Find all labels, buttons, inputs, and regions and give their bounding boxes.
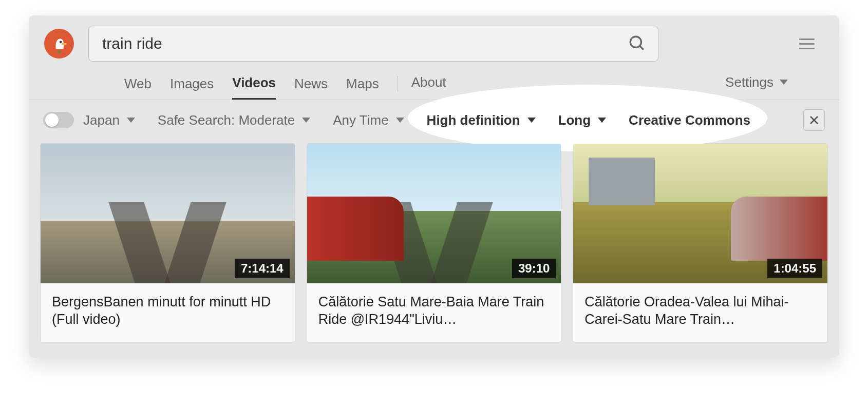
tab-separator — [398, 76, 398, 91]
chevron-down-icon — [127, 118, 135, 123]
header — [29, 15, 839, 69]
tab-news[interactable]: News — [294, 73, 328, 99]
tab-web[interactable]: Web — [124, 73, 152, 99]
hamburger-icon — [799, 38, 815, 49]
video-result[interactable]: 39:10 Călătorie Satu Mare-Baia Mare Trai… — [307, 143, 562, 342]
tab-images[interactable]: Images — [170, 73, 214, 99]
svg-point-1 — [60, 41, 62, 44]
filter-region-label: Japan — [83, 112, 120, 128]
settings-label: Settings — [725, 74, 773, 90]
filter-bar: Japan Safe Search: Moderate Any Time Hig… — [29, 100, 839, 140]
search-icon — [628, 34, 646, 52]
menu-button[interactable] — [795, 31, 819, 56]
video-thumbnail: 7:14:14 — [41, 144, 295, 283]
tab-about[interactable]: About — [411, 74, 446, 98]
video-duration: 7:14:14 — [235, 259, 290, 278]
chevron-down-icon — [780, 80, 788, 85]
chevron-down-icon — [302, 118, 310, 123]
app-window: Web Images Videos News Maps About Settin… — [29, 15, 839, 358]
search-button[interactable] — [625, 31, 649, 56]
settings-dropdown[interactable]: Settings — [725, 74, 788, 98]
tab-maps[interactable]: Maps — [346, 73, 379, 99]
filter-resolution[interactable]: High definition — [427, 112, 536, 128]
chevron-down-icon — [396, 118, 404, 123]
video-title: Călătorie Oradea-Valea lui Mihai-Carei-S… — [573, 283, 827, 342]
video-thumbnail: 39:10 — [307, 144, 561, 283]
video-title: Călătorie Satu Mare-Baia Mare Train Ride… — [307, 283, 561, 342]
tab-videos[interactable]: Videos — [232, 72, 276, 100]
video-result[interactable]: 7:14:14 BergensBanen minutt for minutt H… — [40, 143, 295, 342]
search-input[interactable] — [102, 35, 625, 52]
filter-region[interactable]: Japan — [83, 112, 135, 128]
search-box — [88, 26, 658, 62]
filter-resolution-label: High definition — [427, 112, 520, 128]
filter-safesearch-label: Safe Search: Moderate — [158, 112, 295, 128]
video-duration: 39:10 — [512, 259, 556, 278]
clear-filters-button[interactable] — [803, 109, 825, 131]
svg-line-3 — [640, 46, 644, 49]
filter-license-label: Creative Commons — [629, 112, 750, 128]
svg-point-2 — [630, 36, 641, 47]
filter-license[interactable]: Creative Commons — [629, 112, 750, 128]
video-result[interactable]: 1:04:55 Călătorie Oradea-Valea lui Mihai… — [573, 143, 828, 342]
filter-duration[interactable]: Long — [558, 112, 607, 128]
chevron-down-icon — [527, 118, 536, 123]
filter-time-label: Any Time — [333, 112, 388, 128]
filter-duration-label: Long — [558, 112, 591, 128]
close-icon — [809, 115, 819, 125]
video-results: 7:14:14 BergensBanen minutt for minutt H… — [29, 140, 839, 358]
video-thumbnail: 1:04:55 — [573, 144, 827, 283]
video-duration: 1:04:55 — [767, 259, 822, 278]
filter-time[interactable]: Any Time — [333, 112, 404, 128]
video-title: BergensBanen minutt for minutt HD (Full … — [41, 283, 295, 342]
chevron-down-icon — [598, 118, 606, 123]
region-toggle[interactable] — [43, 112, 74, 128]
filter-safesearch[interactable]: Safe Search: Moderate — [158, 112, 310, 128]
duckduckgo-logo[interactable] — [44, 29, 74, 59]
